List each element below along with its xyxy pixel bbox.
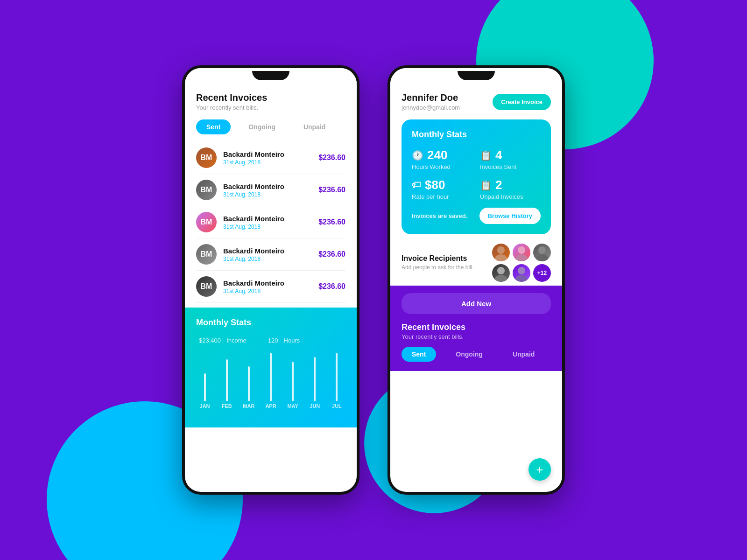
invoice-amount-5: $236.60 bbox=[318, 282, 345, 291]
right-tabs: Sent Ongoing Unpaid bbox=[402, 347, 551, 362]
svg-point-6 bbox=[497, 267, 505, 274]
invoice-date-5: 31st Aug, 2018 bbox=[223, 288, 318, 294]
tab-unpaid-left[interactable]: Unpaid bbox=[293, 119, 336, 134]
create-invoice-button[interactable]: Create Invoice bbox=[493, 94, 551, 110]
avatar-5: BM bbox=[196, 276, 217, 297]
tag-icon: 🏷 bbox=[412, 180, 421, 190]
recipients-title: Invoice Recipients bbox=[402, 254, 474, 263]
bar-fill bbox=[292, 362, 294, 401]
phone-notch-left bbox=[185, 68, 357, 83]
ms-unpaid: 📋 2 Unpaid Invoices bbox=[480, 178, 541, 200]
monthly-stats-left: Monthly Stats $23,400 Income 120 Hours bbox=[185, 308, 357, 427]
tab2-unpaid[interactable]: Unpaid bbox=[502, 347, 545, 362]
right-recent-subtitle: Your recently sent bills. bbox=[402, 333, 551, 340]
phone-notch-right bbox=[390, 68, 562, 83]
invoice-amount-4: $236.60 bbox=[318, 250, 345, 259]
ms-hours-worked: 🕐 240 Hours Worked bbox=[412, 148, 472, 170]
ms-invoices-sent-val: 📋 4 bbox=[480, 148, 541, 162]
invoice-item[interactable]: BM Backardi Monteiro 31st Aug, 2018 $236… bbox=[196, 142, 345, 174]
left-phone-content: Recent Invoices Your recently sent bills… bbox=[185, 83, 357, 303]
invoice-item[interactable]: BM Backardi Monteiro 31st Aug, 2018 $236… bbox=[196, 238, 345, 271]
invoice-name-5: Backardi Monteiro bbox=[223, 279, 318, 287]
svg-point-4 bbox=[538, 246, 546, 254]
invoice-date-2: 31st Aug, 2018 bbox=[223, 191, 318, 198]
bar-fill bbox=[314, 357, 316, 401]
right-recent-title: Recent Invoices bbox=[402, 322, 551, 332]
svg-point-7 bbox=[495, 275, 507, 282]
fab-button[interactable]: + bbox=[529, 458, 551, 481]
invoice-item[interactable]: BM Backardi Monteiro 31st Aug, 2018 $236… bbox=[196, 174, 345, 206]
invoice-date-4: 31st Aug, 2018 bbox=[223, 256, 318, 262]
recipient-avatar-1[interactable] bbox=[492, 244, 510, 261]
recipients-section: Invoice Recipients Add people to ask for… bbox=[390, 244, 562, 282]
phone-right: Jennifer Doe jennydoe@gmail.com Create I… bbox=[388, 65, 565, 495]
invoice-name-4: Backardi Monteiro bbox=[223, 247, 318, 255]
bar-label: JUN bbox=[310, 403, 320, 409]
phone-left: Recent Invoices Your recently sent bills… bbox=[182, 65, 359, 495]
bar-label: JAN bbox=[200, 403, 210, 409]
ms-card-bottom: Invoices are saved. Browse History bbox=[412, 208, 541, 224]
ms-rate-label: Rate per hour bbox=[412, 193, 472, 200]
ms-hours-value: 120 Hours bbox=[265, 333, 300, 345]
invoice-item[interactable]: BM Backardi Monteiro 31st Aug, 2018 $236… bbox=[196, 271, 345, 303]
bar-fill bbox=[336, 353, 338, 401]
right-phone-content: Jennifer Doe jennydoe@gmail.com Create I… bbox=[390, 83, 562, 234]
monthly-stats-card: Monthly Stats 🕐 240 Hours Worked 📋 4 bbox=[402, 119, 551, 234]
invoice-list: BM Backardi Monteiro 31st Aug, 2018 $236… bbox=[196, 142, 345, 303]
svg-point-5 bbox=[536, 254, 548, 261]
ms-grid: 🕐 240 Hours Worked 📋 4 Invoices Sent bbox=[412, 148, 541, 200]
invoice-name-2: Backardi Monteiro bbox=[223, 182, 318, 190]
profile-name: Jennifer Doe bbox=[402, 92, 460, 103]
recipients-row: Invoice Recipients Add people to ask for… bbox=[402, 244, 551, 282]
bar-label: JUL bbox=[332, 403, 342, 409]
recipient-avatar-2[interactable] bbox=[513, 244, 530, 261]
browse-history-button[interactable]: Browse History bbox=[479, 208, 541, 224]
recipient-avatar-3[interactable] bbox=[533, 244, 551, 261]
bar-fill bbox=[248, 366, 250, 401]
bar-fill bbox=[204, 373, 206, 401]
recipient-avatar-plus[interactable]: +12 bbox=[533, 264, 551, 282]
invoice-icon: 📋 bbox=[480, 180, 492, 191]
recipient-avatar-4[interactable] bbox=[492, 264, 510, 282]
bar-label: FEB bbox=[222, 403, 232, 409]
ms-left-title: Monthly Stats bbox=[196, 318, 345, 328]
bar-col: JUN bbox=[306, 353, 324, 409]
add-new-button[interactable]: Add New bbox=[402, 293, 551, 314]
invoice-amount-1: $236.60 bbox=[318, 154, 345, 162]
ms-hours-worked-val: 🕐 240 bbox=[412, 148, 472, 162]
phones-container: Recent Invoices Your recently sent bills… bbox=[182, 65, 565, 495]
ms-unpaid-label: Unpaid Invoices bbox=[480, 193, 541, 200]
invoice-info-4: Backardi Monteiro 31st Aug, 2018 bbox=[223, 247, 318, 262]
profile-info: Jennifer Doe jennydoe@gmail.com bbox=[402, 92, 460, 111]
ms-income: $23,400 Income bbox=[196, 333, 247, 345]
avatar-1: BM bbox=[196, 147, 217, 168]
invoice-amount-3: $236.60 bbox=[318, 218, 345, 226]
tab2-ongoing[interactable]: Ongoing bbox=[445, 347, 493, 362]
ms-hours: 120 Hours bbox=[265, 333, 300, 345]
ms-income-value: $23,400 Income bbox=[196, 333, 247, 345]
avatar-2: BM bbox=[196, 180, 217, 200]
recipients-subtitle: Add people to ask for the bill. bbox=[402, 264, 474, 272]
invoice-name-1: Backardi Monteiro bbox=[223, 150, 318, 158]
avatar-4: BM bbox=[196, 244, 217, 265]
tab2-sent[interactable]: Sent bbox=[402, 347, 436, 362]
purple-section: Add New Recent Invoices Your recently se… bbox=[390, 286, 562, 371]
bar-col: JAN bbox=[196, 353, 213, 409]
recipient-avatar-5[interactable] bbox=[513, 264, 530, 282]
invoice-item[interactable]: BM Backardi Monteiro 31st Aug, 2018 $236… bbox=[196, 206, 345, 238]
invoice-date-3: 31st Aug, 2018 bbox=[223, 224, 318, 230]
invoice-date-1: 31st Aug, 2018 bbox=[223, 159, 318, 166]
ms-rate: 🏷 $80 Rate per hour bbox=[412, 178, 472, 200]
bar-col: MAR bbox=[240, 353, 257, 409]
tab-ongoing-left[interactable]: Ongoing bbox=[238, 119, 286, 134]
svg-point-1 bbox=[495, 254, 507, 261]
bar-col: JUL bbox=[328, 353, 345, 409]
bar-chart: JANFEBMARAPRMAYJUNJUL bbox=[196, 353, 345, 418]
invoice-amount-2: $236.60 bbox=[318, 186, 345, 194]
bar-label: APR bbox=[265, 403, 276, 409]
left-subtitle: Your recently sent bills. bbox=[196, 104, 345, 111]
svg-point-8 bbox=[518, 267, 525, 274]
bar-fill bbox=[270, 353, 272, 401]
tab-sent-left[interactable]: Sent bbox=[196, 119, 231, 134]
left-title: Recent Invoices bbox=[196, 92, 345, 103]
